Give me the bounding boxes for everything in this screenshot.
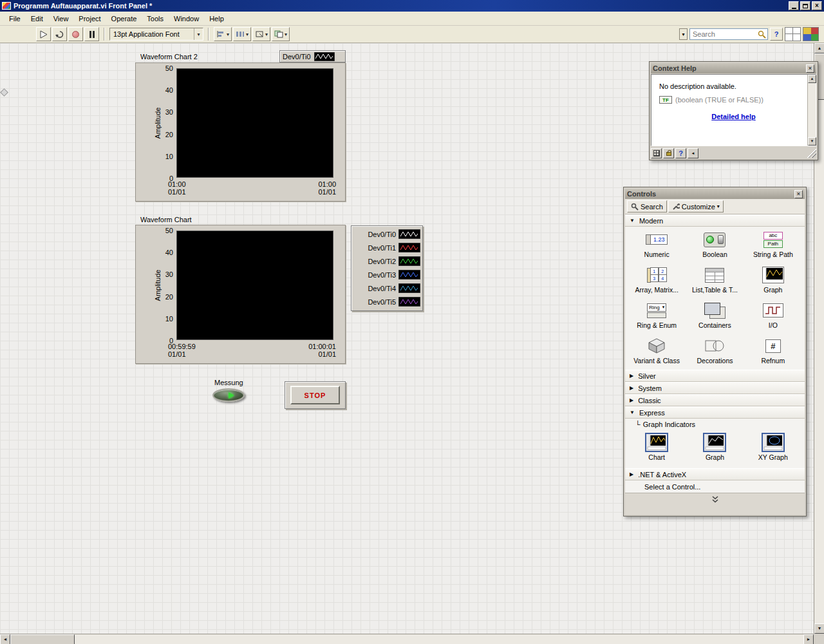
scroll-up-icon[interactable]: ▲ [808, 75, 816, 83]
legend-item[interactable]: Dev0/Ti1 [353, 241, 420, 254]
menu-help[interactable]: Help [204, 13, 229, 24]
chart1-xaxis-left: 00:59:59 01/01 [168, 343, 196, 358]
run-button[interactable] [36, 27, 51, 41]
legend-swatch[interactable] [398, 229, 420, 239]
lock-help-button[interactable] [663, 148, 674, 158]
chart2-plot-legend[interactable]: Dev0/Ti0 [279, 50, 346, 62]
restore-button[interactable] [800, 1, 810, 10]
search-input[interactable] [689, 28, 768, 40]
palette-item-express-chart[interactable]: Chart [628, 430, 686, 466]
scroll-left-icon[interactable]: ◄ [0, 634, 10, 644]
legend-item[interactable]: Dev0/Ti5 [353, 295, 420, 308]
minimize-button[interactable] [789, 1, 799, 10]
menu-tools[interactable]: Tools [142, 13, 169, 24]
chart2-plot-area[interactable] [176, 68, 333, 178]
legend-item[interactable]: Dev0/Ti2 [353, 254, 420, 268]
scroll-down-icon[interactable]: ▼ [808, 137, 816, 146]
select-a-control-item[interactable]: Select a Control... [625, 480, 805, 493]
palette-item-variant-class[interactable]: Variant & Class [628, 334, 686, 369]
menu-edit[interactable]: Edit [26, 13, 48, 24]
context-help-button[interactable]: ? [770, 28, 783, 41]
section-silver[interactable]: ▶ Silver [625, 370, 805, 382]
chart2-title[interactable]: Waveform Chart 2 [140, 53, 198, 61]
search-box [689, 28, 768, 40]
palette-item-xy-graph[interactable]: XY Graph [744, 430, 802, 466]
close-icon: × [809, 65, 812, 71]
detailed-help-link[interactable]: Detailed help [651, 113, 816, 120]
detailed-help-button[interactable]: ? [675, 148, 686, 158]
double-chevron-down-icon[interactable] [711, 496, 720, 504]
legend-item[interactable]: Dev0/Ti4 [353, 281, 420, 295]
legend-swatch[interactable] [398, 256, 420, 266]
align-objects-button[interactable]: ▾ [214, 27, 232, 41]
close-button[interactable]: × [812, 1, 822, 10]
menu-view[interactable]: View [48, 13, 74, 24]
section-system[interactable]: ▶ System [625, 382, 805, 394]
waveform-chart-2[interactable]: Amplitude 50 40 30 20 10 0 01:00 01/01 0… [135, 62, 346, 202]
chart2-legend-swatch[interactable] [314, 52, 335, 61]
chart1-xaxis-right: 01:00:01 01/01 [308, 343, 336, 358]
resize-objects-button[interactable]: ▾ [252, 27, 270, 41]
section-dotnet-activex[interactable]: ▶ .NET & ActiveX [625, 468, 805, 480]
window-tile-icon[interactable] [785, 27, 801, 41]
palette-search-button[interactable]: Search [627, 200, 667, 213]
show-terminals-button[interactable] [651, 148, 662, 158]
legend-swatch[interactable] [398, 297, 420, 307]
scroll-down-icon[interactable]: ▼ [814, 623, 824, 634]
express-subcategory[interactable]: └ Graph Indicators [625, 419, 805, 430]
chart1-plot-area[interactable] [176, 231, 333, 340]
legend-swatch[interactable] [398, 243, 420, 252]
chevron-down-icon: ▾ [227, 32, 229, 37]
palette-item-array-matrix[interactable]: 1234 Array, Matrix... [628, 263, 686, 298]
titlebar[interactable]: Programm Auftauapparat.vi Front Panel * … [0, 0, 824, 12]
search-scope-dropdown[interactable]: ▾ [679, 28, 688, 40]
legend-swatch[interactable] [398, 270, 420, 279]
horizontal-scroll-thumb[interactable] [10, 634, 75, 644]
distribute-objects-button[interactable]: ▾ [233, 27, 251, 41]
palette-item-numeric[interactable]: 1.23 Numeric [628, 227, 686, 263]
palette-item-graph[interactable]: Graph [744, 263, 802, 298]
legend-swatch[interactable] [398, 283, 420, 293]
palette-item-containers[interactable]: Containers [686, 298, 744, 334]
palette-customize-button[interactable]: Customize ▾ [668, 200, 724, 213]
palette-item-refnum[interactable]: # Refnum [744, 334, 802, 369]
controls-palette-close-button[interactable]: × [794, 190, 803, 198]
section-modern[interactable]: ▼ Modern [625, 214, 805, 227]
context-help-close-button[interactable]: × [806, 64, 814, 73]
palette-item-express-graph[interactable]: Graph [686, 430, 744, 466]
scroll-right-icon[interactable]: ► [803, 634, 814, 644]
controls-palette-titlebar[interactable]: Controls × [625, 189, 805, 199]
context-help-scrollbar[interactable]: ▲ ▼ [807, 75, 816, 146]
abort-button[interactable] [68, 27, 83, 41]
scroll-left-button[interactable]: ◄ [688, 148, 698, 158]
chevron-down-icon: ▾ [285, 32, 287, 37]
run-continuous-button[interactable] [52, 27, 67, 41]
palette-item-boolean[interactable]: Boolean [686, 227, 744, 263]
scroll-up-icon[interactable]: ▲ [814, 43, 824, 53]
messung-button[interactable] [212, 388, 245, 402]
palette-item-io[interactable]: I/O [744, 298, 802, 334]
chart1-legend[interactable]: Dev0/Ti0 Dev0/Ti1 Dev0/Ti2 Dev0/Ti3 Dev0… [351, 225, 423, 311]
menu-operate[interactable]: Operate [106, 13, 142, 24]
chart1-title[interactable]: Waveform Chart [140, 216, 192, 223]
palette-item-ring-enum[interactable]: Ring▾ Ring & Enum [628, 298, 686, 334]
section-express[interactable]: ▼ Express [625, 406, 805, 419]
pause-button[interactable] [84, 27, 99, 41]
palette-item-list-table[interactable]: List,Table & T... [686, 263, 744, 298]
menu-project[interactable]: Project [73, 13, 106, 24]
section-classic[interactable]: ▶ Classic [625, 394, 805, 406]
menu-file[interactable]: File [4, 13, 26, 24]
palette-item-string-path[interactable]: abcPath String & Path [744, 227, 802, 263]
stop-button[interactable]: STOP [290, 386, 340, 404]
reorder-button[interactable]: ▾ [272, 27, 290, 41]
palette-item-decorations[interactable]: Decorations [686, 334, 744, 369]
context-help-titlebar[interactable]: Context Help × [651, 63, 816, 73]
font-selector[interactable]: 13pt Application Font ▾ [109, 28, 203, 41]
resize-grip[interactable] [807, 149, 816, 158]
horizontal-scrollbar[interactable]: ◄ ► [0, 634, 814, 644]
legend-item[interactable]: Dev0/Ti3 [353, 268, 420, 281]
legend-item[interactable]: Dev0/Ti0 [353, 227, 420, 241]
waveform-chart[interactable]: Amplitude 50 40 30 20 10 0 00:59:59 01/0… [135, 225, 346, 364]
block-diagram-icon[interactable] [803, 27, 819, 41]
menu-window[interactable]: Window [169, 13, 204, 24]
